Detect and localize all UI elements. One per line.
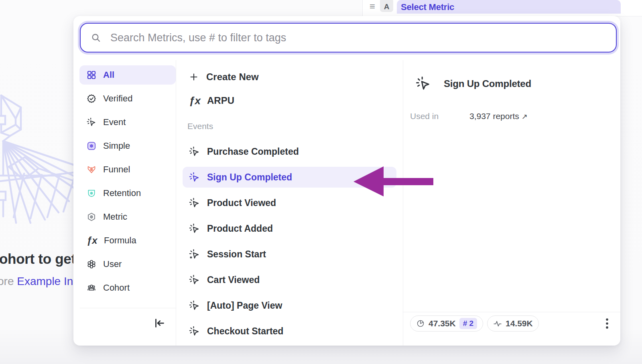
simple-metric-icon <box>87 141 96 151</box>
retention-icon <box>87 188 96 198</box>
pie-chart-icon <box>416 319 425 328</box>
event-cursor-icon <box>189 300 200 311</box>
formula-fx-icon: ƒx <box>87 235 97 246</box>
event-cursor-icon <box>416 76 431 91</box>
sidebar-divider <box>176 60 176 346</box>
detail-divider <box>403 60 403 346</box>
query-builder-panel: ≡ A Select Metric <box>362 0 642 16</box>
sidebar-item-formula[interactable]: ƒx Formula <box>79 231 176 250</box>
activity-count-badge[interactable]: 14.59K <box>487 315 539 332</box>
cohort-people-icon <box>87 283 96 293</box>
example-insights-link[interactable]: Example Ins <box>17 275 79 287</box>
sidebar-item-label: Event <box>103 117 126 127</box>
sidebar-item-simple[interactable]: Simple <box>79 136 176 156</box>
series-a-badge: A <box>380 0 393 12</box>
event-cursor-icon <box>189 198 200 208</box>
create-new-button[interactable]: Create New <box>183 67 396 87</box>
sidebar-item-funnel[interactable]: Funnel <box>79 160 176 179</box>
total-count-badge[interactable]: 47.35K # 2 <box>410 315 483 332</box>
sidebar-item-cohort[interactable]: Cohort <box>79 278 176 297</box>
metric-search-box <box>80 23 617 53</box>
select-metric-control[interactable]: Select Metric <box>397 0 621 14</box>
detail-header: Sign Up Completed <box>416 76 531 91</box>
list-item-product-added[interactable]: Product Added <box>183 218 396 239</box>
kebab-menu-icon[interactable] <box>600 317 614 330</box>
metric-type-sidebar: All Verified Event Simple Funnel Retenti… <box>79 65 176 302</box>
metric-list: Create New ƒx ARPU Events Purchase Compl… <box>183 67 396 346</box>
list-item-label: Sign Up Completed <box>207 172 292 183</box>
event-cursor-icon <box>189 275 200 285</box>
funnel-icon <box>87 165 96 174</box>
used-in-reports-link[interactable]: 3,937 reports↗ <box>469 111 528 121</box>
list-item-auto-page-view[interactable]: [Auto] Page View <box>183 295 396 316</box>
sidebar-footer-divider <box>80 308 176 308</box>
search-input[interactable] <box>110 32 605 44</box>
sidebar-item-user[interactable]: User <box>79 255 176 274</box>
sidebar-item-label: Cohort <box>103 283 130 293</box>
list-item-label: Session Start <box>207 249 266 260</box>
list-item-label: Checkout Started <box>207 326 283 337</box>
collapse-sidebar-icon[interactable] <box>153 317 165 329</box>
sidebar-item-label: Verified <box>103 93 132 104</box>
verified-badge-icon <box>87 94 96 103</box>
event-cursor-icon <box>189 146 200 157</box>
list-item-label: ARPU <box>207 95 234 106</box>
activity-count-value: 14.59K <box>506 319 533 328</box>
event-cursor-icon <box>189 172 200 183</box>
event-cursor-icon <box>87 117 96 127</box>
sidebar-item-all[interactable]: All <box>79 65 176 85</box>
used-in-row: Used in 3,937 reports↗ <box>410 111 611 121</box>
metric-picker-dialog: All Verified Event Simple Funnel Retenti… <box>73 16 620 346</box>
metric-hexagon-icon <box>87 212 96 222</box>
external-link-arrow-icon: ↗ <box>522 113 528 121</box>
used-in-value: 3,937 reports <box>469 111 519 121</box>
event-cursor-icon <box>189 223 200 234</box>
list-item-checkout-started[interactable]: Checkout Started <box>183 321 396 342</box>
create-new-label: Create New <box>206 71 259 83</box>
list-item-label: [Auto] Page View <box>207 300 282 311</box>
search-icon <box>91 33 101 42</box>
used-in-label: Used in <box>410 111 469 121</box>
list-item-sign-up-completed[interactable]: Sign Up Completed <box>183 167 396 188</box>
list-item-arpu[interactable]: ƒx ARPU <box>183 91 396 110</box>
detail-footer-divider <box>403 312 620 312</box>
sidebar-item-metric[interactable]: Metric <box>79 207 176 226</box>
sidebar-item-event[interactable]: Event <box>79 113 176 132</box>
list-item-label: Purchase Completed <box>207 146 299 157</box>
list-item-label: Product Viewed <box>207 198 276 208</box>
drag-handle-icon[interactable]: ≡ <box>370 1 375 12</box>
sidebar-item-label: Retention <box>103 188 141 198</box>
pulse-icon <box>493 319 502 328</box>
sidebar-item-retention[interactable]: Retention <box>79 184 176 203</box>
sidebar-item-label: Metric <box>103 212 127 222</box>
event-cursor-star-icon <box>189 249 200 260</box>
list-item-label: Cart Viewed <box>207 275 260 285</box>
list-item-cart-viewed[interactable]: Cart Viewed <box>183 269 396 290</box>
list-item-label: Product Added <box>207 223 273 234</box>
sidebar-item-label: Simple <box>103 141 130 151</box>
rank-chip: # 2 <box>459 318 477 329</box>
events-section-header: Events <box>183 120 396 132</box>
detail-title: Sign Up Completed <box>444 78 531 89</box>
sidebar-item-verified[interactable]: Verified <box>79 89 176 108</box>
background-link-prefix: ore <box>0 275 17 287</box>
event-cursor-icon <box>189 326 200 337</box>
sidebar-item-label: Funnel <box>103 164 130 175</box>
formula-fx-icon: ƒx <box>189 95 199 107</box>
user-cluster-icon <box>87 259 96 269</box>
background-link-line: ore Example Ins <box>0 275 79 288</box>
plus-icon <box>189 72 199 82</box>
total-count-value: 47.35K <box>429 319 456 328</box>
grid-icon <box>87 70 96 80</box>
list-item-session-start[interactable]: Session Start <box>183 244 396 265</box>
list-item-product-viewed[interactable]: Product Viewed <box>183 192 396 213</box>
sidebar-item-label: User <box>103 259 122 269</box>
sidebar-item-label: Formula <box>104 235 136 246</box>
sidebar-item-label: All <box>103 70 114 80</box>
list-item-purchase-completed[interactable]: Purchase Completed <box>183 141 396 162</box>
